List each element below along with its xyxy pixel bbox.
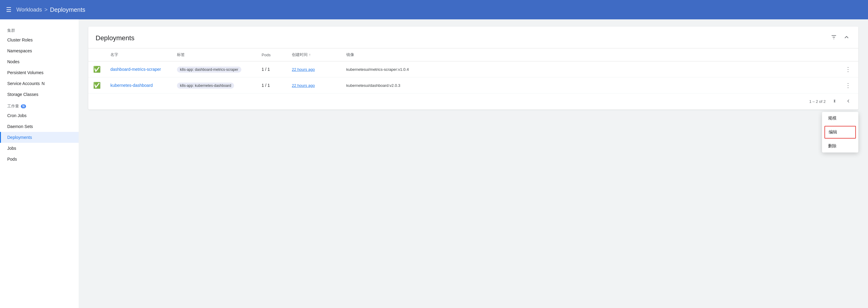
sidebar-item-deployments[interactable]: Deployments xyxy=(0,132,79,143)
image-text-2: kubernetesui/dashboard:v2.0.3 xyxy=(346,83,400,88)
context-menu-item-edit[interactable]: 编辑 xyxy=(825,126,856,138)
time-link-2[interactable]: 22 hours ago xyxy=(292,83,315,88)
row1-created: 22 hours ago xyxy=(287,61,341,78)
page-card: Deployments xyxy=(88,27,858,110)
row1-name: dashboard-metrics-scraper xyxy=(105,61,172,78)
menu-icon[interactable]: ☰ xyxy=(6,6,11,13)
col-header-created[interactable]: 创建时间 ↑ xyxy=(287,49,341,61)
status-ok-icon: ✅ xyxy=(93,66,101,72)
deployments-table: 名字 标签 Pods 创建时间 ↑ xyxy=(88,49,858,93)
row1-label: k8s-app: dashboard-metrics-scraper xyxy=(172,61,257,78)
sidebar-item-cluster-roles[interactable]: Cluster Roles xyxy=(0,34,79,45)
main-content: Deployments xyxy=(79,19,868,308)
row2-pods: 1 / 1 xyxy=(257,78,287,93)
breadcrumb-separator: > xyxy=(44,7,48,13)
first-page-button[interactable] xyxy=(831,97,841,106)
col-header-name: 名字 xyxy=(105,49,172,61)
row1-status: ✅ xyxy=(88,61,105,78)
col-header-labels: 标签 xyxy=(172,49,257,61)
row2-created: 22 hours ago xyxy=(287,78,341,93)
context-menu-item-scale[interactable]: 规模 xyxy=(822,112,858,125)
row1-image: kubernetesui/metrics-scraper:v1.0.4 xyxy=(341,61,838,78)
layout: 集群 Cluster Roles Namespaces Nodes Persis… xyxy=(0,19,868,308)
table-row: ✅ dashboard-metrics-scraper k8s-app: das… xyxy=(88,61,858,78)
sidebar-item-service-accounts[interactable]: Service Accounts N xyxy=(0,78,79,89)
collapse-icon[interactable] xyxy=(842,33,851,43)
sidebar-item-daemon-sets[interactable]: Daemon Sets xyxy=(0,121,79,132)
table-row: ✅ kubernetes-dashboard k8s-app: kubernet… xyxy=(88,78,858,93)
more-button-row2[interactable]: ⋮ xyxy=(843,81,854,90)
service-accounts-badge: N xyxy=(41,81,44,86)
page-title: Deployments xyxy=(96,34,134,42)
breadcrumb-current: Deployments xyxy=(50,6,85,13)
pagination-info: 1 – 2 of 2 xyxy=(809,99,826,104)
header-actions xyxy=(829,33,851,43)
page-header: Deployments xyxy=(88,27,858,49)
sidebar: 集群 Cluster Roles Namespaces Nodes Persis… xyxy=(0,19,79,308)
row2-action: ⋮ xyxy=(838,78,858,93)
sidebar-item-namespaces[interactable]: Namespaces xyxy=(0,45,79,56)
sidebar-item-nodes[interactable]: Nodes xyxy=(0,56,79,67)
pagination: 1 – 2 of 2 xyxy=(88,93,858,110)
col-header-image: 镜像 xyxy=(341,49,838,61)
sidebar-item-jobs[interactable]: Jobs xyxy=(0,143,79,154)
more-button-row1[interactable]: ⋮ xyxy=(843,65,854,74)
breadcrumb: Workloads > Deployments xyxy=(16,6,85,13)
col-header-pods: Pods xyxy=(257,49,287,61)
table-container: 名字 标签 Pods 创建时间 ↑ xyxy=(88,49,858,110)
context-menu: 规模 编辑 删除 xyxy=(822,112,858,153)
workload-section-label: 工作量 N xyxy=(0,100,79,110)
context-menu-item-delete[interactable]: 删除 xyxy=(822,140,858,153)
col-header-status xyxy=(88,49,105,61)
prev-page-button[interactable] xyxy=(843,97,854,106)
label-badge-2: k8s-app: kubernetes-dashboard xyxy=(177,83,234,89)
breadcrumb-parent[interactable]: Workloads xyxy=(16,7,42,13)
sort-arrow-icon: ↑ xyxy=(309,53,311,57)
row2-label: k8s-app: kubernetes-dashboard xyxy=(172,78,257,93)
label-badge: k8s-app: dashboard-metrics-scraper xyxy=(177,67,241,72)
cluster-section-label: 集群 xyxy=(0,24,79,34)
deployment-link-metrics-scraper[interactable]: dashboard-metrics-scraper xyxy=(111,67,161,72)
top-header: ☰ Workloads > Deployments xyxy=(0,0,868,19)
sidebar-item-cron-jobs[interactable]: Cron Jobs xyxy=(0,110,79,121)
filter-icon[interactable] xyxy=(829,33,838,43)
status-ok-icon-2: ✅ xyxy=(93,82,101,89)
row2-image: kubernetesui/dashboard:v2.0.3 xyxy=(341,78,838,93)
workload-badge: N xyxy=(21,104,26,108)
sidebar-item-pods[interactable]: Pods xyxy=(0,154,79,164)
time-link[interactable]: 22 hours ago xyxy=(292,67,315,72)
row1-pods: 1 / 1 xyxy=(257,61,287,78)
sidebar-item-persistent-volumes[interactable]: Persistent Volumes xyxy=(0,67,79,78)
row2-status: ✅ xyxy=(88,78,105,93)
image-text: kubernetesui/metrics-scraper:v1.0.4 xyxy=(346,67,409,72)
row1-action: ⋮ xyxy=(838,61,858,78)
sidebar-item-storage-classes[interactable]: Storage Classes xyxy=(0,89,79,100)
row2-name: kubernetes-dashboard xyxy=(105,78,172,93)
col-header-action xyxy=(838,49,858,61)
deployment-link-dashboard[interactable]: kubernetes-dashboard xyxy=(111,83,153,88)
